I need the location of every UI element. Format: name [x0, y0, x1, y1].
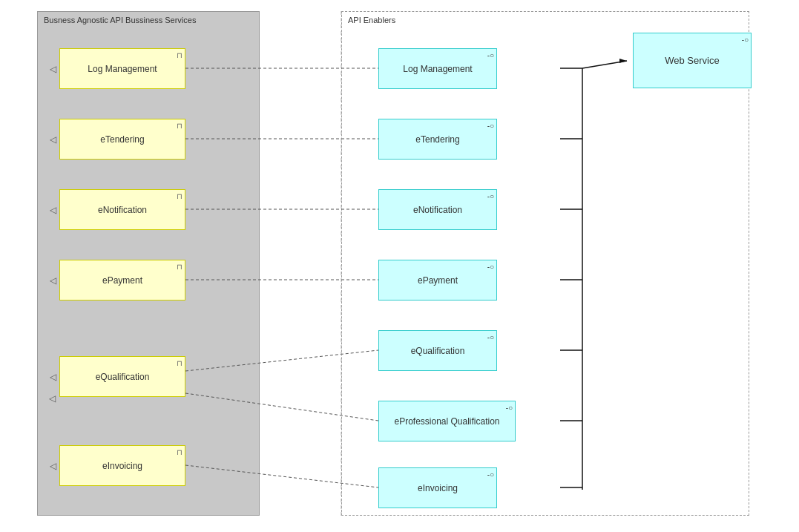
yellow-label-enotification: eNotification — [98, 205, 147, 215]
arrow-left-1: ◁ — [50, 64, 56, 74]
left-panel-title: Busness Agnostic API Bussiness Services — [44, 16, 196, 24]
cyan-box-enotification[interactable]: -○ eNotification — [378, 189, 497, 230]
lollipop-ws: -○ — [742, 36, 749, 44]
cyan-label-log: Log Management — [403, 64, 472, 74]
arrow-left-5a: ◁ — [50, 372, 56, 382]
yellow-label-equalification: eQualification — [96, 372, 150, 382]
cyan-label-einvoicing: eInvoicing — [418, 483, 458, 493]
corner-icon-3: ⊓ — [177, 192, 183, 200]
cyan-label-epayment: ePayment — [418, 275, 458, 286]
cyan-box-epayment[interactable]: -○ ePayment — [378, 260, 497, 301]
arrow-left-4: ◁ — [50, 275, 56, 286]
lollipop-6: -○ — [506, 404, 513, 412]
yellow-box-log-management[interactable]: ⊓ ◁ Log Management — [59, 48, 185, 89]
lollipop-3: -○ — [487, 192, 494, 200]
corner-icon-5: ⊓ — [177, 359, 183, 367]
yellow-label-etendering: eTendering — [100, 134, 144, 145]
cyan-label-eprofessional: eProfessional Qualification — [394, 416, 499, 427]
cyan-box-equalification[interactable]: -○ eQualification — [378, 330, 497, 371]
arrow-left-6: ◁ — [50, 461, 56, 471]
lollipop-7: -○ — [487, 470, 494, 479]
right-panel-title: API Enablers — [348, 16, 395, 24]
cyan-box-eprofessional[interactable]: -○ eProfessional Qualification — [378, 401, 516, 441]
yellow-label-log: Log Management — [88, 64, 157, 74]
arrow-left-2: ◁ — [50, 134, 56, 145]
yellow-label-einvoicing: eInvoicing — [102, 461, 142, 471]
arrow-left-3: ◁ — [50, 205, 56, 215]
cyan-label-equalification: eQualification — [411, 346, 465, 356]
diagram-container: Busness Agnostic API Bussiness Services … — [0, 0, 799, 532]
corner-icon-1: ⊓ — [177, 51, 183, 59]
yellow-box-epayment[interactable]: ⊓ ◁ ePayment — [59, 260, 185, 301]
corner-icon-4: ⊓ — [177, 263, 183, 271]
web-service-box[interactable]: -○ Web Service — [633, 33, 752, 88]
lollipop-4: -○ — [487, 263, 494, 271]
yellow-box-equalification[interactable]: ⊓ ◁ eQualification — [59, 356, 185, 397]
yellow-box-enotification[interactable]: ⊓ ◁ eNotification — [59, 189, 185, 230]
lollipop-2: -○ — [487, 122, 494, 130]
web-service-label: Web Service — [665, 55, 719, 66]
cyan-box-etendering[interactable]: -○ eTendering — [378, 119, 497, 160]
yellow-label-epayment: ePayment — [102, 275, 142, 286]
cyan-box-einvoicing[interactable]: -○ eInvoicing — [378, 467, 497, 508]
corner-icon-2: ⊓ — [177, 122, 183, 130]
arrow-left-5b: ◁ — [49, 393, 56, 404]
yellow-box-einvoicing[interactable]: ⊓ ◁ eInvoicing — [59, 445, 185, 486]
cyan-label-etendering: eTendering — [415, 134, 459, 145]
cyan-label-enotification: eNotification — [413, 205, 462, 215]
lollipop-5: -○ — [487, 333, 494, 341]
lollipop-1: -○ — [487, 51, 494, 59]
corner-icon-6: ⊓ — [177, 448, 183, 456]
yellow-box-etendering[interactable]: ⊓ ◁ eTendering — [59, 119, 185, 160]
cyan-box-log-management[interactable]: -○ Log Management — [378, 48, 497, 89]
